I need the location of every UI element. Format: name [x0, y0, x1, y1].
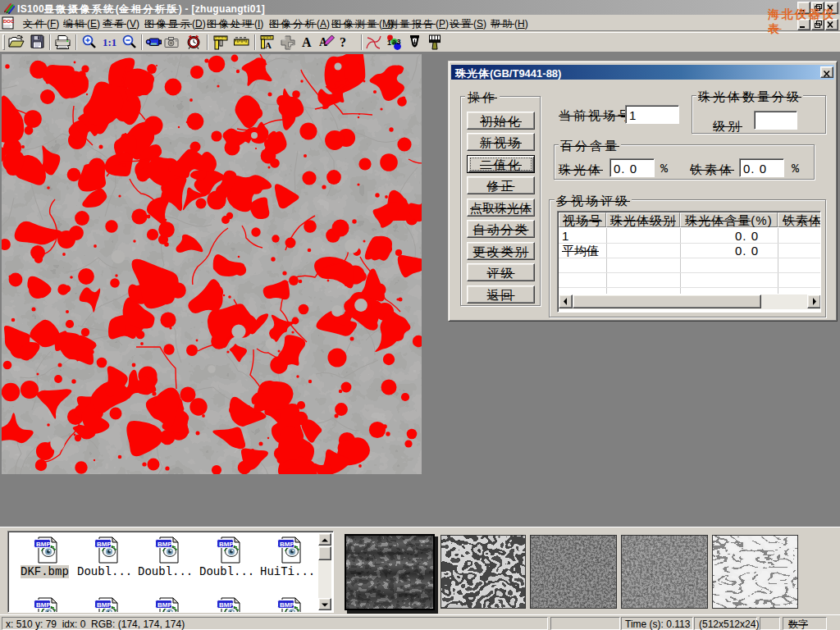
svg-text:BMP: BMP	[158, 541, 172, 548]
svg-text:BMP: BMP	[280, 601, 294, 609]
svg-text:BMP: BMP	[280, 541, 294, 548]
svg-text:BMP: BMP	[219, 541, 234, 548]
svg-text:BMP: BMP	[36, 541, 51, 548]
svg-text:BMP: BMP	[97, 601, 112, 609]
svg-text:BMP: BMP	[97, 541, 112, 548]
svg-text:3: 3	[397, 38, 401, 46]
svg-text:1: 1	[387, 39, 391, 47]
svg-text:?: ?	[340, 35, 346, 49]
svg-text:BMP: BMP	[158, 601, 172, 609]
svg-text:BMP: BMP	[36, 601, 51, 609]
svg-text:BMP: BMP	[219, 601, 234, 609]
svg-text:A: A	[302, 35, 312, 49]
svg-text:1:1: 1:1	[103, 36, 116, 48]
svg-text:A: A	[265, 40, 272, 50]
